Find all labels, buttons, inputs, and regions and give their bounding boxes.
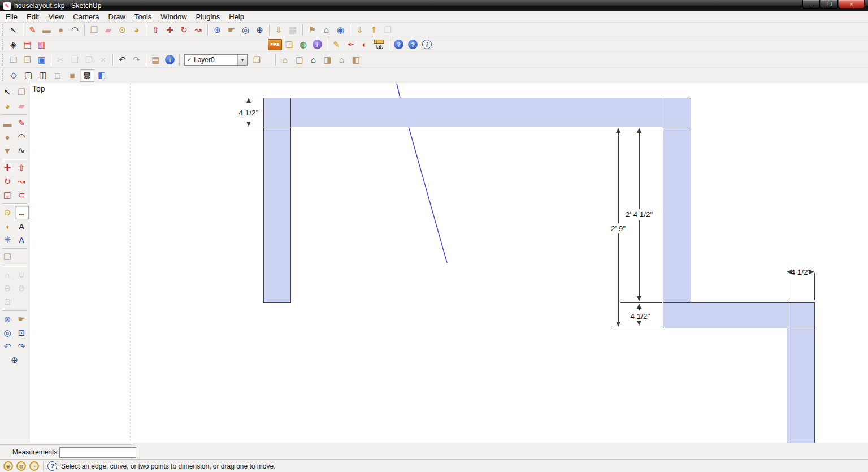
move-tool-button[interactable]: ✚: [163, 24, 177, 36]
push-pull-button[interactable]: ⇧: [149, 24, 163, 36]
shaded-style-button[interactable]: ■: [65, 69, 80, 82]
menu-tools[interactable]: Tools: [130, 11, 156, 22]
toolbar-grip[interactable]: [2, 39, 5, 50]
fredo-dimension-button[interactable]: f.d.: [372, 38, 387, 51]
wall-segment-right[interactable]: [663, 127, 691, 302]
fire-plugin-button[interactable]: FIRE: [268, 38, 282, 51]
back-view-button[interactable]: ⌂: [335, 54, 349, 66]
rotate-tool-button[interactable]: ↻: [177, 24, 191, 36]
circle-tool-button[interactable]: ●: [1, 130, 15, 144]
back-edges-style-button[interactable]: ◫: [36, 69, 50, 82]
hidden-line-style-button[interactable]: □: [50, 69, 65, 82]
left-view-button[interactable]: ◧: [349, 54, 363, 66]
menu-help[interactable]: Help: [224, 11, 249, 22]
follow-me-button[interactable]: ↝: [191, 24, 205, 36]
select-tool-button[interactable]: ↖: [6, 24, 20, 36]
right-view-button[interactable]: ◨: [320, 54, 335, 66]
make-component-button[interactable]: ❒: [15, 85, 29, 99]
select-tool-button[interactable]: ↖: [1, 85, 15, 99]
chevron-down-icon[interactable]: ▾: [237, 55, 247, 65]
help-button[interactable]: ?: [392, 38, 406, 51]
menu-file[interactable]: File: [1, 11, 22, 22]
share-model-button[interactable]: ⇑: [367, 24, 381, 36]
add-location-button[interactable]: ⚑: [305, 24, 319, 36]
section-cut-button[interactable]: ▥: [34, 38, 49, 51]
tape-measure-button[interactable]: ⊙: [115, 24, 129, 36]
freehand-tool-button[interactable]: ∿: [15, 144, 29, 157]
section-display-button[interactable]: ▤: [20, 38, 34, 51]
axes-tool-button[interactable]: ◈: [6, 38, 20, 51]
rectangle-tool-button[interactable]: ▬: [1, 116, 15, 130]
axes-tool-button[interactable]: ✳: [1, 233, 15, 246]
wall-faces[interactable]: [263, 98, 814, 443]
menu-edit[interactable]: Edit: [22, 11, 44, 22]
dimension-lines[interactable]: [244, 98, 814, 328]
web-exchange-button[interactable]: ◍: [296, 38, 310, 51]
get-models-button[interactable]: ⇓: [353, 24, 367, 36]
geolocation-status-icon[interactable]: ◉: [3, 461, 13, 471]
credits-status-icon[interactable]: ◍: [16, 461, 26, 471]
about-button[interactable]: i: [420, 38, 434, 51]
menu-draw[interactable]: Draw: [104, 11, 130, 22]
toolbar-grip[interactable]: [2, 70, 5, 81]
arc-tool-button[interactable]: ◠: [15, 130, 29, 144]
google-earth-button[interactable]: ◉: [333, 24, 348, 36]
eraser-tool-button[interactable]: ▰: [101, 24, 115, 36]
top-view-button[interactable]: ▢: [292, 54, 306, 66]
eyedropper-button[interactable]: ✒: [344, 38, 358, 51]
wall-segment-bottom[interactable]: [663, 302, 814, 328]
circle-tool-button[interactable]: ●: [54, 24, 68, 36]
claim-credit-status-icon[interactable]: ◔: [29, 461, 39, 471]
get-current-view-button[interactable]: ⇩: [272, 24, 286, 36]
contrast-button[interactable]: ◐: [358, 38, 372, 51]
monochrome-style-button[interactable]: ◧: [94, 69, 109, 82]
measurements-input[interactable]: [59, 447, 136, 458]
paint-bucket-button[interactable]: ◕: [129, 24, 144, 36]
zoom-window-button[interactable]: ⊡: [15, 326, 29, 340]
dimension-labels[interactable]: 4 1/2" 2' 4 1/2" 2' 9" 4 1/2" 4 1/2": [239, 109, 811, 321]
protractor-tool-button[interactable]: ◖: [1, 219, 15, 233]
move-tool-button[interactable]: ✚: [1, 161, 15, 175]
wall-segment-far-right[interactable]: [787, 328, 814, 443]
plugin-info-button[interactable]: i: [310, 38, 324, 51]
new-button[interactable]: ❏: [6, 54, 20, 66]
close-button[interactable]: ×: [839, 0, 865, 9]
push-pull-button[interactable]: ⇧: [15, 161, 29, 175]
rotate-tool-button[interactable]: ↻: [1, 175, 15, 188]
zoom-extents-button[interactable]: ⊕: [253, 24, 267, 36]
save-button[interactable]: ▣: [34, 54, 49, 66]
zoom-tool-button[interactable]: ◎: [1, 326, 15, 340]
open-button[interactable]: ❐: [20, 54, 34, 66]
line-tool-button[interactable]: ✎: [25, 24, 40, 36]
eraser-tool-button[interactable]: ▰: [15, 99, 29, 112]
minimize-button[interactable]: –: [802, 0, 820, 9]
print-button[interactable]: ▤: [149, 54, 163, 66]
text-tool-button[interactable]: A: [15, 219, 29, 233]
layer-manager-button[interactable]: ❒: [250, 54, 264, 66]
zoom-tool-button[interactable]: ◎: [238, 24, 253, 36]
toolbar-grip[interactable]: [2, 54, 5, 66]
arc-tool-button[interactable]: ◠: [68, 24, 82, 36]
pan-tool-button[interactable]: ☛: [15, 313, 29, 326]
restore-button[interactable]: ❐: [821, 0, 838, 9]
tape-measure-button[interactable]: ⊙: [1, 206, 15, 219]
xray-style-button[interactable]: ◇: [6, 69, 21, 82]
outer-shell-button[interactable]: ❒: [1, 250, 15, 264]
orbit-tool-button[interactable]: ⊛: [1, 313, 15, 326]
line-tool-button[interactable]: ✎: [15, 116, 29, 130]
zoom-next-button[interactable]: ↷: [15, 340, 29, 353]
front-view-button[interactable]: ⌂: [306, 54, 320, 66]
style-pencil-button[interactable]: ✎: [329, 38, 344, 51]
dimension-tool-button[interactable]: ↔: [15, 206, 29, 219]
toolbar-grip[interactable]: [2, 24, 5, 36]
zoom-extents-button[interactable]: ⊕: [7, 353, 21, 367]
scale-tool-button[interactable]: ◱: [1, 188, 15, 202]
add-building-button[interactable]: ⌂: [319, 24, 333, 36]
paint-bucket-button[interactable]: ◕: [1, 99, 15, 112]
make-component-button[interactable]: ❒: [87, 24, 101, 36]
orbit-tool-button[interactable]: ⊛: [210, 24, 224, 36]
iso-view-button[interactable]: ⌂: [278, 54, 292, 66]
shaded-textures-style-button[interactable]: ▩: [80, 69, 94, 82]
polygon-tool-button[interactable]: ▼: [1, 144, 15, 157]
model-info-button[interactable]: i: [163, 54, 177, 66]
